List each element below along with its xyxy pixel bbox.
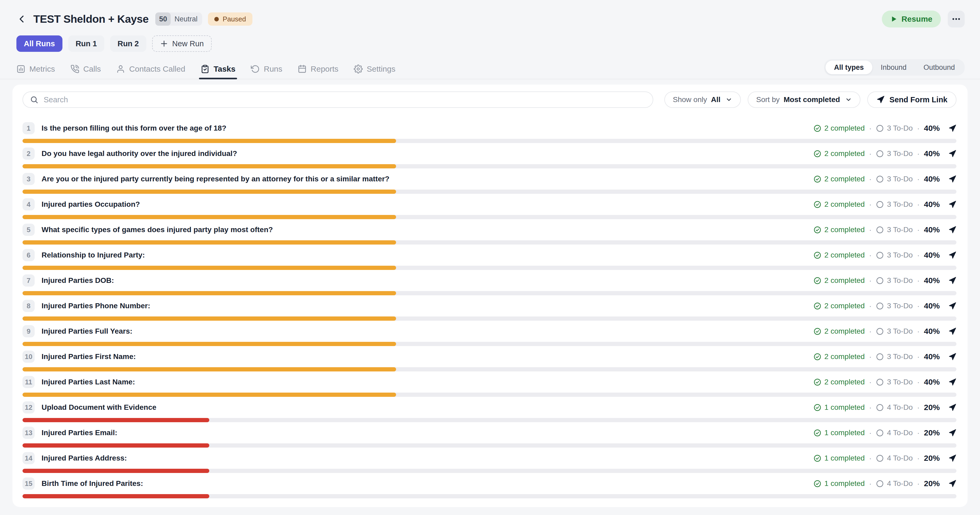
send-task-button[interactable] xyxy=(948,403,956,412)
task-percent: 40% xyxy=(924,301,940,311)
show-only-dropdown[interactable]: Show only All xyxy=(664,92,741,108)
new-run-button[interactable]: New Run xyxy=(152,35,212,52)
task-completed: 1 completed xyxy=(813,403,865,412)
send-icon xyxy=(948,327,956,336)
dot-separator: · xyxy=(869,124,872,133)
send-task-button[interactable] xyxy=(948,327,956,336)
tab-runs[interactable]: Runs xyxy=(251,59,282,79)
tab-settings[interactable]: Settings xyxy=(354,59,395,79)
task-todo: 3 To-Do xyxy=(876,225,913,234)
run-tab-run-2[interactable]: Run 2 xyxy=(110,35,146,52)
task-number: 9 xyxy=(22,325,35,338)
task-percent: 20% xyxy=(924,428,940,437)
task-progress-track xyxy=(22,215,956,219)
ellipsis-icon xyxy=(951,14,961,24)
task-todo: 4 To-Do xyxy=(876,479,913,488)
dot-separator: · xyxy=(869,149,872,158)
task-row[interactable]: 14Injured Parties Address:1 completed·4 … xyxy=(22,452,956,473)
send-task-button[interactable] xyxy=(948,150,956,158)
type-filter-inbound[interactable]: Inbound xyxy=(872,60,915,74)
dot-separator: · xyxy=(869,377,872,387)
task-title: Relationship to Injured Party: xyxy=(41,251,145,259)
run-tab-run-1[interactable]: Run 1 xyxy=(68,35,105,52)
resume-button[interactable]: Resume xyxy=(882,11,941,27)
toolbar: Show only All Sort by Most completed Sen… xyxy=(22,92,956,108)
dot-separator: · xyxy=(869,479,872,488)
calendar-icon xyxy=(298,65,307,73)
send-task-button[interactable] xyxy=(948,378,956,386)
run-tab-all-runs[interactable]: All Runs xyxy=(16,35,62,52)
send-task-button[interactable] xyxy=(948,480,956,488)
tab-calls[interactable]: Calls xyxy=(70,59,101,79)
task-number: 7 xyxy=(22,274,35,287)
task-todo: 3 To-Do xyxy=(876,276,913,285)
dot-separator: · xyxy=(917,124,920,133)
task-todo: 3 To-Do xyxy=(876,200,913,209)
search-icon xyxy=(30,95,38,104)
tab-metrics[interactable]: Metrics xyxy=(16,59,55,79)
type-filter-all-types[interactable]: All types xyxy=(826,60,872,74)
task-row[interactable]: 11Injured Parties Last Name:2 completed·… xyxy=(22,376,956,397)
task-number: 11 xyxy=(22,376,35,388)
search-input[interactable] xyxy=(44,95,646,104)
check-circle-icon xyxy=(813,226,821,234)
task-row[interactable]: 6Relationship to Injured Party:2 complet… xyxy=(22,249,956,270)
circle-icon xyxy=(876,480,884,488)
task-progress-fill xyxy=(22,266,396,270)
send-form-link-button[interactable]: Send Form Link xyxy=(867,92,956,108)
tab-label: Metrics xyxy=(29,65,55,73)
sort-by-dropdown[interactable]: Sort by Most completed xyxy=(748,92,861,108)
task-completed: 2 completed xyxy=(813,124,865,132)
check-circle-icon xyxy=(813,277,821,285)
task-row[interactable]: 15Birth Time of Injured Parites:1 comple… xyxy=(22,477,956,498)
send-task-button[interactable] xyxy=(948,429,956,437)
task-row[interactable]: 13Injured Parties Email:1 completed·4 To… xyxy=(22,427,956,448)
send-task-button[interactable] xyxy=(948,277,956,285)
type-filter-outbound[interactable]: Outbound xyxy=(915,60,963,74)
task-number: 8 xyxy=(22,300,35,312)
dot-separator: · xyxy=(869,301,872,311)
task-status: 2 completed·3 To-Do·40% xyxy=(813,124,956,133)
task-row[interactable]: 9Injured Parties Full Years:2 completed·… xyxy=(22,325,956,346)
task-progress-fill xyxy=(22,367,396,371)
send-task-button[interactable] xyxy=(948,226,956,234)
task-number: 2 xyxy=(22,147,35,160)
back-button[interactable] xyxy=(16,13,28,25)
task-status: 1 completed·4 To-Do·20% xyxy=(813,403,956,412)
task-row[interactable]: 1Is the person filling out this form ove… xyxy=(22,122,956,143)
dot-separator: · xyxy=(917,403,920,412)
send-task-button[interactable] xyxy=(948,454,956,463)
task-percent: 40% xyxy=(924,174,940,184)
send-task-button[interactable] xyxy=(948,353,956,361)
chevron-down-icon xyxy=(725,96,732,103)
send-task-button[interactable] xyxy=(948,302,956,310)
task-row[interactable]: 8Injured Parties Phone Number:2 complete… xyxy=(22,300,956,321)
send-task-button[interactable] xyxy=(948,124,956,132)
send-icon xyxy=(948,150,956,158)
task-title: Do you have legal authority over the inj… xyxy=(41,149,237,158)
task-status: 2 completed·3 To-Do·40% xyxy=(813,352,956,361)
task-row[interactable]: 2Do you have legal authority over the in… xyxy=(22,147,956,168)
task-row[interactable]: 5What specific types of games does injur… xyxy=(22,223,956,244)
send-task-button[interactable] xyxy=(948,200,956,209)
send-form-link-label: Send Form Link xyxy=(889,95,947,104)
task-todo: 3 To-Do xyxy=(876,378,913,386)
task-row[interactable]: 3Are you or the injured party currently … xyxy=(22,173,956,194)
send-icon xyxy=(948,378,956,386)
send-task-button[interactable] xyxy=(948,251,956,259)
task-row[interactable]: 12Upload Document with Evidence1 complet… xyxy=(22,401,956,422)
tab-reports[interactable]: Reports xyxy=(298,59,338,79)
task-number: 10 xyxy=(22,350,35,363)
task-row[interactable]: 10Injured Parties First Name:2 completed… xyxy=(22,350,956,371)
more-options-button[interactable] xyxy=(948,11,965,27)
send-icon xyxy=(948,429,956,437)
task-number: 12 xyxy=(22,401,35,414)
tab-contacts-called[interactable]: Contacts Called xyxy=(116,59,185,79)
task-progress-track xyxy=(22,240,956,244)
task-row[interactable]: 4Injured parties Occupation?2 completed·… xyxy=(22,198,956,219)
send-task-button[interactable] xyxy=(948,175,956,183)
dot-separator: · xyxy=(917,250,920,260)
tab-tasks[interactable]: Tasks xyxy=(200,59,235,79)
task-progress-fill xyxy=(22,342,396,346)
task-row[interactable]: 7Injured Parties DOB:2 completed·3 To-Do… xyxy=(22,274,956,295)
